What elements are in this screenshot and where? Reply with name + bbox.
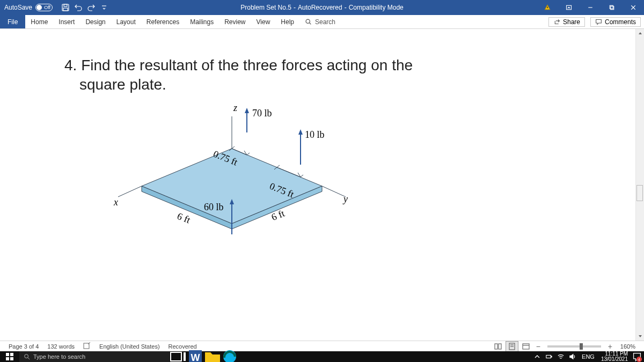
side-6ft-1: 6 ft xyxy=(175,210,192,225)
comments-button[interactable]: Comments xyxy=(590,17,641,27)
svg-rect-40 xyxy=(495,344,497,349)
tab-view[interactable]: View xyxy=(251,15,276,28)
customize-qat-icon[interactable] xyxy=(99,2,109,13)
zoom-out-button[interactable]: − xyxy=(533,342,543,351)
taskbar-search[interactable]: Type here to search xyxy=(19,351,170,362)
date: 13/01/2021 xyxy=(601,357,628,362)
ribbon-display-icon[interactable] xyxy=(558,0,580,15)
svg-marker-23 xyxy=(298,129,303,135)
zoom-level[interactable]: 160% xyxy=(616,343,640,350)
toggle-switch[interactable]: Off xyxy=(35,4,53,11)
question-number: 4. xyxy=(64,57,81,73)
minimize-icon[interactable] xyxy=(580,0,601,15)
search-icon xyxy=(305,18,312,25)
axis-x-label: x xyxy=(113,197,118,208)
svg-rect-47 xyxy=(6,353,9,356)
tab-layout[interactable]: Layout xyxy=(111,15,141,28)
search-label: Search xyxy=(315,18,335,26)
wifi-icon[interactable] xyxy=(556,351,566,362)
toggle-state: Off xyxy=(44,5,50,10)
document-content: 4. Find the resultant of the three force… xyxy=(0,29,644,288)
task-view-icon[interactable] xyxy=(170,351,187,362)
close-icon[interactable] xyxy=(623,0,644,15)
toggle-knob xyxy=(36,5,42,10)
svg-rect-59 xyxy=(551,356,552,357)
search-tab[interactable]: Search xyxy=(299,15,341,28)
zoom-in-button[interactable]: + xyxy=(605,342,615,351)
notification-badge: 4 xyxy=(636,357,642,362)
svg-rect-50 xyxy=(10,357,13,360)
battery-icon[interactable] xyxy=(544,351,554,362)
scroll-down-icon[interactable] xyxy=(636,332,644,341)
tab-design[interactable]: Design xyxy=(80,15,111,28)
svg-rect-49 xyxy=(6,357,9,360)
svg-line-35 xyxy=(277,165,280,167)
save-icon[interactable] xyxy=(60,2,71,13)
svg-marker-37 xyxy=(639,335,642,337)
status-bar: Page 3 of 4 132 words English (United St… xyxy=(0,341,644,351)
autosave-toggle[interactable]: AutoSave Off xyxy=(0,4,57,11)
svg-point-12 xyxy=(306,19,310,23)
ribbon-tabs: File Home Insert Design Layout Reference… xyxy=(0,15,644,29)
zoom-thumb[interactable] xyxy=(580,343,583,350)
svg-line-33 xyxy=(301,175,303,177)
share-button[interactable]: Share xyxy=(548,17,585,27)
force-60-label: 60 lb xyxy=(204,202,224,212)
undo-icon[interactable] xyxy=(73,2,84,13)
svg-rect-1 xyxy=(64,4,67,6)
page-split-marker[interactable] xyxy=(636,185,643,201)
maximize-icon[interactable] xyxy=(601,0,623,15)
svg-line-52 xyxy=(28,358,30,359)
clock[interactable]: 11:11 PM 13/01/2021 xyxy=(599,351,630,362)
question-text: 4. Find the resultant of the three force… xyxy=(64,56,580,95)
chevron-up-icon[interactable] xyxy=(532,351,542,362)
vertical-scrollbar[interactable] xyxy=(635,29,644,341)
tab-mailings[interactable]: Mailings xyxy=(185,15,219,28)
spell-check-icon[interactable] xyxy=(79,342,95,351)
svg-rect-53 xyxy=(171,352,181,361)
page-indicator[interactable]: Page 3 of 4 xyxy=(4,343,43,350)
redo-icon[interactable] xyxy=(86,2,97,13)
square-plate-diagram: z x y 70 lb 10 lb 60 lb 0.75 ft 0.75 ft … xyxy=(107,100,386,261)
title-bar: AutoSave Off Problem Set No.5 - AutoReco… xyxy=(0,0,644,15)
volume-icon[interactable] xyxy=(568,351,577,362)
notifications-icon[interactable]: 4 xyxy=(632,351,642,362)
start-button[interactable] xyxy=(0,351,19,362)
tab-insert[interactable]: Insert xyxy=(53,15,80,28)
word-app-icon[interactable]: W xyxy=(187,351,204,362)
keyboard-lang[interactable]: ENG xyxy=(580,353,597,360)
taskbar-apps: W xyxy=(170,351,238,362)
question-line-1: Find the resultant of the three forces a… xyxy=(81,57,413,73)
tab-references[interactable]: References xyxy=(141,15,185,28)
document-area[interactable]: 4. Find the resultant of the three force… xyxy=(0,29,644,341)
tab-help[interactable]: Help xyxy=(275,15,299,28)
comment-icon xyxy=(595,18,602,25)
question-line-2: square plate. xyxy=(79,75,580,94)
tab-review[interactable]: Review xyxy=(219,15,251,28)
svg-line-28 xyxy=(247,153,250,155)
axis-y-label: y xyxy=(342,194,348,204)
word-count[interactable]: 132 words xyxy=(43,343,79,350)
zoom-slider[interactable] xyxy=(547,345,601,348)
svg-rect-58 xyxy=(546,355,551,358)
language-indicator[interactable]: English (United States) xyxy=(95,343,164,350)
system-tray: ENG 11:11 PM 13/01/2021 4 xyxy=(532,351,644,362)
recovered-label: AutoRecovered xyxy=(298,4,342,11)
tab-home[interactable]: Home xyxy=(25,15,53,28)
file-explorer-icon[interactable] xyxy=(204,351,221,362)
force-10-label: 10 lb xyxy=(305,129,325,140)
svg-marker-21 xyxy=(245,108,249,113)
compat-mode-label: Compatibility Mode xyxy=(349,4,404,11)
svg-rect-48 xyxy=(10,353,13,356)
warning-icon[interactable] xyxy=(537,0,558,15)
read-mode-icon[interactable] xyxy=(492,341,504,352)
tab-file[interactable]: File xyxy=(0,15,25,28)
svg-rect-9 xyxy=(611,6,614,10)
svg-text:W: W xyxy=(191,352,200,362)
share-label: Share xyxy=(563,18,580,26)
scroll-up-icon[interactable] xyxy=(636,29,644,38)
window-controls xyxy=(537,0,644,15)
web-layout-icon[interactable] xyxy=(519,341,532,352)
edge-icon[interactable] xyxy=(221,351,238,362)
print-layout-icon[interactable] xyxy=(506,341,518,352)
